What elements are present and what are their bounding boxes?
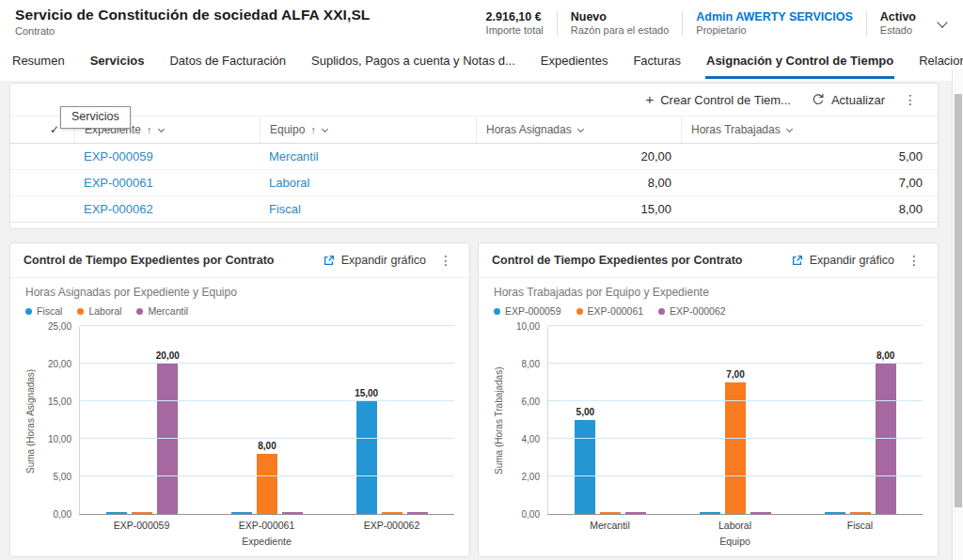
- gridline: [548, 400, 923, 401]
- expand-chart-button[interactable]: Expandir gráfico: [317, 251, 432, 270]
- tab-datos-facturacion[interactable]: Datos de Facturación: [168, 43, 287, 79]
- legend-item[interactable]: EXP-000059: [494, 305, 561, 317]
- bar-Fiscal-EXP-000062[interactable]: [356, 401, 377, 514]
- tab-servicios[interactable]: Servicios: [89, 43, 146, 79]
- legend-item[interactable]: Laboral: [77, 305, 121, 317]
- legend-dot-icon: [576, 308, 583, 315]
- bar-EXP-000062-Laboral[interactable]: [750, 512, 771, 514]
- scrollbar-thumb[interactable]: [955, 94, 962, 507]
- tab-suplidos[interactable]: Suplidos, Pagos a cuenta y Notas d...: [310, 43, 516, 79]
- column-header-equipo[interactable]: Equipo ↑: [260, 117, 476, 143]
- bar-EXP-000062-Fiscal[interactable]: [876, 364, 896, 514]
- chart-legend: EXP-000059EXP-000061EXP-000062: [494, 303, 923, 319]
- legend-dot-icon: [658, 308, 665, 315]
- bar-Mercantil-EXP-000062[interactable]: [407, 512, 428, 514]
- horas-asignadas-cell: 15,00: [476, 202, 681, 216]
- column-label: Horas Trabajadas: [691, 123, 781, 136]
- razon-estado-label: Razón para el estado: [571, 24, 670, 36]
- column-header-horas-asignadas[interactable]: Horas Asignadas: [476, 117, 681, 143]
- x-tick-label: EXP-000061: [204, 520, 329, 531]
- y-tick-label: 10,00: [516, 321, 540, 332]
- filter-chevron-icon: [158, 125, 165, 132]
- stat-propietario: Admin AWERTY SERVICIOS Propietario: [682, 10, 865, 36]
- sort-ascending-icon: ↑: [310, 124, 316, 135]
- expediente-link[interactable]: EXP-000062: [84, 202, 153, 216]
- refresh-button[interactable]: Actualizar: [802, 88, 894, 112]
- chart-title: Horas Asignadas por Expediente y Equipo: [25, 286, 454, 299]
- tab-expedientes[interactable]: Expedientes: [540, 43, 609, 79]
- legend-item[interactable]: EXP-000062: [658, 305, 726, 317]
- bar-value-label: 20,00: [156, 350, 180, 361]
- importe-total-label: Importe total: [486, 24, 544, 36]
- expediente-link[interactable]: EXP-000059: [84, 149, 153, 163]
- tab-facturas[interactable]: Facturas: [632, 43, 682, 79]
- bar-EXP-000061-Fiscal[interactable]: [850, 512, 871, 514]
- y-tick-label: 5,00: [54, 472, 71, 482]
- tab-asignacion-control-tiempo[interactable]: Asignación y Control de Tiempo: [705, 43, 894, 79]
- horas-asignadas-cell: 20,00: [476, 149, 681, 163]
- table-row[interactable]: EXP-000059 Mercantil 20,00 5,00: [10, 144, 938, 170]
- bar-slot: [106, 327, 127, 514]
- equipo-link[interactable]: Mercantil: [269, 149, 319, 163]
- plot-area: 20,008,0015,00: [79, 327, 454, 515]
- bar-EXP-000061-Mercantil[interactable]: [600, 512, 621, 514]
- legend-label: Fiscal: [37, 305, 62, 317]
- bar-group: 5,00: [548, 327, 673, 514]
- bar-Laboral-EXP-000062[interactable]: [382, 512, 403, 514]
- bar-Mercantil-EXP-000061[interactable]: [282, 512, 303, 514]
- legend-label: Mercantil: [148, 305, 188, 317]
- legend-item[interactable]: Fiscal: [25, 305, 62, 317]
- horas-asignadas-cell: 8,00: [476, 176, 681, 190]
- chevron-down-icon[interactable]: [937, 17, 947, 27]
- bar-slot: 7,00: [725, 327, 746, 514]
- expediente-link[interactable]: EXP-000061: [84, 176, 153, 190]
- expand-chart-button[interactable]: Expandir gráfico: [785, 251, 900, 270]
- equipo-link[interactable]: Laboral: [269, 176, 309, 190]
- legend-dot-icon: [494, 308, 500, 315]
- bar-EXP-000062-Mercantil[interactable]: [625, 512, 646, 514]
- filter-chevron-icon: [577, 125, 584, 132]
- panel-header: Control de Tiempo Expedientes por Contra…: [10, 243, 469, 278]
- bar-EXP-000059-Mercantil[interactable]: [575, 420, 595, 514]
- grid-toolbar: + Crear Control de Tiem... Actualizar ⋮: [10, 84, 938, 116]
- column-label: Horas Asignadas: [486, 123, 572, 136]
- bar-Fiscal-EXP-000059[interactable]: [106, 512, 127, 514]
- column-header-horas-trabajadas[interactable]: Horas Trabajadas: [681, 117, 938, 143]
- legend-item[interactable]: Mercantil: [136, 305, 188, 317]
- bar-EXP-000059-Laboral[interactable]: [700, 512, 720, 514]
- stat-razon-estado: Nuevo Razón para el estado: [557, 10, 683, 36]
- bar-slot: [825, 327, 845, 514]
- y-tick-label: 0,00: [54, 509, 71, 520]
- vertical-scrollbar[interactable]: [952, 70, 963, 560]
- tab-bar: Resumen Servicios Datos de Facturación S…: [0, 43, 963, 81]
- table-row[interactable]: EXP-000062 Fiscal 15,00 8,00: [10, 196, 938, 223]
- x-tick-label: EXP-000062: [329, 520, 454, 531]
- gridline: [548, 363, 923, 364]
- grid-more-options-icon[interactable]: ⋮: [896, 90, 924, 109]
- table-row[interactable]: EXP-000061 Laboral 8,00 7,00: [10, 170, 938, 196]
- bar-EXP-000059-Fiscal[interactable]: [825, 512, 845, 514]
- bar-slot: 20,00: [157, 327, 178, 514]
- bar-EXP-000061-Laboral[interactable]: [725, 382, 746, 514]
- bar-Laboral-EXP-000059[interactable]: [132, 512, 152, 514]
- y-tick-label: 0,00: [522, 509, 540, 520]
- propietario-link[interactable]: Admin AWERTY SERVICIOS: [696, 10, 852, 23]
- panel-title: Control de Tiempo Expedientes por Contra…: [492, 254, 742, 267]
- equipo-link[interactable]: Fiscal: [269, 202, 301, 216]
- chart-more-options-icon[interactable]: ⋮: [900, 251, 928, 270]
- y-tick-label: 2,00: [522, 472, 540, 482]
- legend-dot-icon: [25, 308, 32, 315]
- bar-Fiscal-EXP-000061[interactable]: [231, 512, 252, 514]
- bar-slot: [750, 327, 771, 514]
- bar-Laboral-EXP-000061[interactable]: [257, 454, 277, 514]
- tab-resumen[interactable]: Resumen: [11, 43, 66, 79]
- bar-value-label: 7,00: [726, 369, 744, 380]
- bar-Mercantil-EXP-000059[interactable]: [157, 364, 178, 514]
- legend-item[interactable]: EXP-000061: [576, 305, 644, 317]
- filter-chevron-icon: [322, 125, 328, 132]
- expand-chart-label: Expandir gráfico: [341, 254, 426, 267]
- chart-more-options-icon[interactable]: ⋮: [432, 251, 460, 270]
- expand-chart-label: Expandir gráfico: [810, 254, 894, 267]
- tab-tooltip: Servicios: [60, 106, 131, 129]
- create-time-control-button[interactable]: + Crear Control de Tiem...: [636, 88, 799, 112]
